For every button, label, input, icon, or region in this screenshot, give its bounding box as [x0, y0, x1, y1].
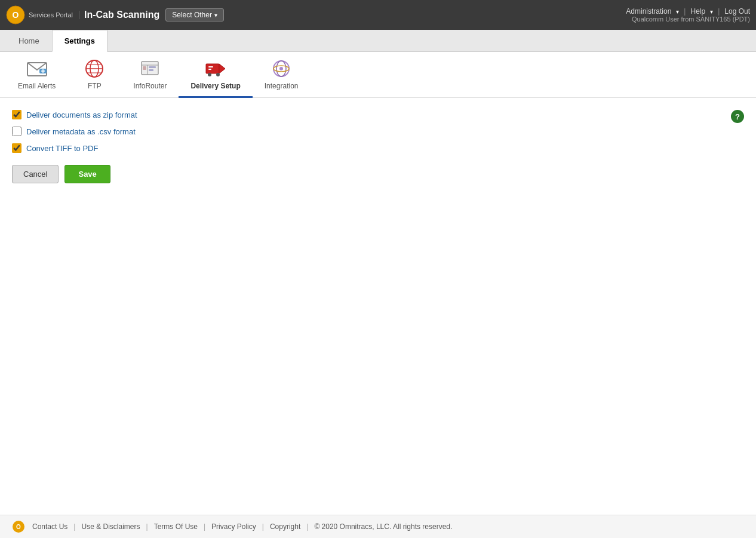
admin-dropdown-icon: ▾ — [676, 8, 679, 15]
svg-rect-16 — [143, 66, 146, 70]
svg-marker-18 — [219, 64, 225, 73]
content-area: Email Alerts FTP InfoRouter — [0, 52, 756, 515]
tab-inforouter[interactable]: InfoRouter — [121, 52, 179, 98]
footer-copyright-link[interactable]: Copyright — [270, 522, 300, 531]
checkbox-row-zip: Deliver documents as zip format — [12, 110, 744, 119]
header-user-area: Administration ▾ | Help ▾ | Log Out Qual… — [626, 7, 750, 23]
select-other-label: Select Other — [172, 11, 212, 19]
help-link[interactable]: Help — [690, 7, 705, 16]
svg-point-22 — [216, 73, 220, 76]
button-row: Cancel Save — [12, 165, 744, 183]
omnitracs-logo-icon: O — [6, 5, 25, 24]
help-dropdown-icon: ▾ — [710, 8, 713, 15]
svg-text:O: O — [16, 524, 21, 530]
integration-icon — [271, 58, 292, 79]
save-button[interactable]: Save — [64, 165, 110, 183]
footer: O Contact Us | Use & Disclaimers | Terms… — [0, 515, 756, 538]
services-portal-label: Services Portal — [29, 11, 79, 19]
nav-tab-home[interactable]: Home — [6, 30, 52, 52]
svg-rect-20 — [208, 69, 211, 70]
svg-text:O: O — [13, 10, 19, 20]
logo-area: O Services Portal — [6, 5, 79, 24]
tab-ftp[interactable]: FTP — [67, 52, 121, 98]
cancel-button[interactable]: Cancel — [12, 165, 59, 183]
main-content: ? Deliver documents as zip format Delive… — [0, 98, 756, 515]
svg-rect-14 — [149, 66, 156, 68]
footer-privacy-link[interactable]: Privacy Policy — [211, 522, 256, 531]
administration-link[interactable]: Administration — [626, 7, 671, 16]
svg-point-26 — [279, 67, 283, 70]
checkbox-row-tiff: Convert TIFF to PDF — [12, 143, 744, 153]
icon-tabs: Email Alerts FTP InfoRouter — [0, 52, 756, 98]
select-other-button[interactable]: Select Other ▾ — [165, 8, 224, 21]
help-tooltip-icon[interactable]: ? — [731, 110, 744, 123]
svg-rect-17 — [206, 64, 219, 73]
tab-email-alerts-label: Email Alerts — [18, 82, 56, 90]
ftp-icon — [84, 58, 105, 79]
footer-logo-icon: O — [12, 520, 25, 533]
tab-delivery-setup-label: Delivery Setup — [190, 82, 240, 90]
svg-rect-19 — [208, 66, 213, 67]
tab-delivery-setup[interactable]: Delivery Setup — [179, 52, 252, 98]
tab-inforouter-label: InfoRouter — [133, 82, 167, 90]
svg-point-21 — [208, 73, 211, 76]
zip-format-checkbox[interactable] — [12, 110, 21, 119]
tiff-pdf-label[interactable]: Convert TIFF to PDF — [26, 144, 98, 153]
footer-contact-link[interactable]: Contact Us — [32, 522, 67, 531]
tab-email-alerts[interactable]: Email Alerts — [6, 52, 67, 98]
tab-integration[interactable]: Integration — [253, 52, 311, 98]
delivery-setup-icon — [205, 58, 226, 79]
nav-bar: Home Settings — [0, 30, 756, 52]
zip-format-label[interactable]: Deliver documents as zip format — [26, 110, 137, 119]
inforouter-icon — [139, 58, 161, 79]
tab-integration-label: Integration — [265, 82, 299, 90]
logout-link[interactable]: Log Out — [724, 7, 750, 16]
header: O Services Portal In-Cab Scanning Select… — [0, 0, 756, 30]
email-alerts-icon — [26, 58, 48, 79]
svg-rect-15 — [149, 69, 153, 71]
footer-use-disclaimers-link[interactable]: Use & Disclaimers — [81, 522, 140, 531]
app-name: In-Cab Scanning — [84, 10, 159, 20]
nav-tab-settings[interactable]: Settings — [52, 30, 107, 52]
tab-ftp-label: FTP — [88, 82, 102, 90]
footer-copyright-text: © 2020 Omnitracs, LLC. All rights reserv… — [314, 522, 452, 531]
footer-terms-link[interactable]: Terms Of Use — [154, 522, 198, 531]
select-other-arrow-icon: ▾ — [214, 12, 217, 19]
csv-format-checkbox[interactable] — [12, 127, 21, 136]
checkbox-row-csv: Deliver metadata as .csv format — [12, 127, 744, 136]
tiff-pdf-checkbox[interactable] — [12, 143, 21, 153]
csv-format-label[interactable]: Deliver metadata as .csv format — [26, 127, 136, 136]
user-info: Qualcomm User from SANITY165 (PDT) — [632, 16, 750, 23]
